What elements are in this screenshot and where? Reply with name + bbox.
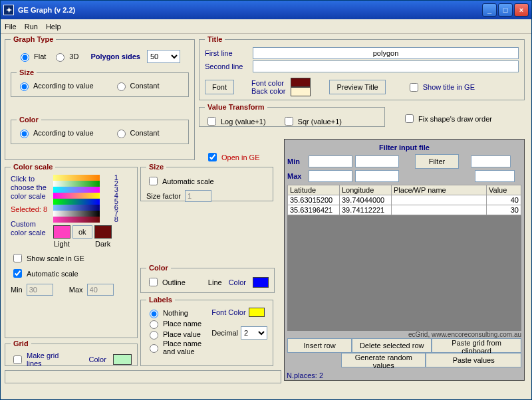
filter-max-3[interactable] xyxy=(475,170,515,182)
color-ok-button[interactable]: ok xyxy=(72,225,92,239)
title-first-line-input[interactable] xyxy=(253,47,519,59)
menu-file[interactable]: File xyxy=(5,23,17,31)
log-check[interactable] xyxy=(207,117,216,126)
filter-min-2[interactable] xyxy=(355,155,399,167)
custom-dark-swatch[interactable] xyxy=(94,225,112,239)
fix-draw-order-check[interactable] xyxy=(405,114,414,123)
title-group: Title First line Second line Font Font c… xyxy=(199,35,525,100)
menu-run[interactable]: Run xyxy=(25,23,38,31)
auto-scale-check[interactable] xyxy=(13,269,22,278)
title-back-color-swatch[interactable] xyxy=(291,87,311,96)
paste-values-button[interactable]: Paste values xyxy=(426,353,521,367)
grid-group: Grid Make grid lines Color xyxy=(5,340,138,366)
size-factor-input[interactable] xyxy=(185,190,211,202)
filter-panel: Filter input file Min Filter Max Latitud… xyxy=(284,139,525,381)
size-auto-check[interactable] xyxy=(149,177,158,185)
paste-clipboard-button[interactable]: Paste grid from clipboard xyxy=(432,338,521,353)
maximize-button[interactable]: □ xyxy=(498,3,513,17)
graph-size-group: Size According to value Constant xyxy=(11,68,189,97)
radio-size-const[interactable] xyxy=(117,82,126,91)
show-scale-check[interactable] xyxy=(13,254,22,262)
filter-min-1[interactable] xyxy=(309,155,352,167)
make-grid-check[interactable] xyxy=(13,355,22,364)
table-row[interactable]: 35.6319642139.7411222130 xyxy=(288,205,521,215)
table-row[interactable]: 35.6301520039.7404400040 xyxy=(288,195,521,205)
radio-labels-nothing[interactable] xyxy=(150,310,158,318)
graph-type-group: Graph Type Flat 3D Polygon sides 50 Size… xyxy=(5,35,195,160)
polygon-sides-select[interactable]: 50 xyxy=(147,50,180,63)
radio-flat[interactable] xyxy=(21,53,29,62)
font-button[interactable]: Font xyxy=(205,80,234,94)
radio-3d[interactable] xyxy=(56,53,65,62)
decimal-select[interactable]: 2 xyxy=(241,326,267,340)
labels-font-swatch[interactable] xyxy=(249,308,265,317)
credit-text: ecGrid, www.encoreconsulting.com.au xyxy=(287,331,521,338)
sqr-check[interactable] xyxy=(285,117,293,126)
custom-light-swatch[interactable] xyxy=(53,225,70,239)
nplaces-label: N.places: 2 xyxy=(287,371,323,379)
outline-check[interactable] xyxy=(149,278,158,286)
polygon-sides-label: Polygon sides xyxy=(90,52,140,60)
radio-size-acc[interactable] xyxy=(20,82,29,91)
random-values-button[interactable]: Generate random values xyxy=(341,353,426,367)
close-button[interactable]: × xyxy=(514,3,529,17)
window-title: GE Graph (v 2.2) xyxy=(18,6,482,14)
menubar: File Run Help xyxy=(1,19,531,34)
color-scale-group: Color scale Click to choose the color sc… xyxy=(5,163,138,338)
color-scale-picker[interactable] xyxy=(53,175,112,223)
radio-labels-value[interactable] xyxy=(150,331,158,340)
app-icon: ✦ xyxy=(3,5,14,15)
color-group: Color Outline Line Color xyxy=(140,264,275,293)
graph-color-group: Color According to value Constant xyxy=(11,116,189,144)
radio-labels-both[interactable] xyxy=(150,344,158,353)
radio-color-const[interactable] xyxy=(117,130,126,138)
filter-max-2[interactable] xyxy=(355,170,399,182)
insert-row-button[interactable]: Insert row xyxy=(287,338,352,353)
filter-grid[interactable]: Latitude Longitude Place/WP name Value 3… xyxy=(287,185,521,331)
open-in-ge-check[interactable] xyxy=(208,153,217,161)
legend-graph-type: Graph Type xyxy=(11,35,56,43)
menu-help[interactable]: Help xyxy=(46,23,61,31)
value-transform-group: Value Transform Log (value+1) Sqr (value… xyxy=(199,103,385,127)
scale-max-input[interactable] xyxy=(87,284,114,296)
filter-max-1[interactable] xyxy=(309,170,352,182)
filter-button[interactable]: Filter xyxy=(415,154,459,169)
scale-min-input[interactable] xyxy=(27,284,53,296)
size-group: Size Automatic scale Size factor xyxy=(140,163,273,201)
preview-title-button[interactable]: Preview Title xyxy=(329,80,385,94)
radio-color-acc[interactable] xyxy=(20,130,29,138)
status-left xyxy=(5,370,281,383)
grid-color-swatch[interactable] xyxy=(113,354,132,365)
radio-labels-name[interactable] xyxy=(150,320,158,329)
title-second-line-input[interactable] xyxy=(253,60,519,72)
delete-row-button[interactable]: Delete selected row xyxy=(352,338,432,353)
show-title-check[interactable] xyxy=(410,83,418,92)
labels-group: Labels Nothing Place name Place value Pl… xyxy=(140,296,273,366)
titlebar: ✦ GE Graph (v 2.2) _ □ × xyxy=(1,1,531,19)
line-color-swatch[interactable] xyxy=(253,277,269,288)
minimize-button[interactable]: _ xyxy=(482,3,497,17)
filter-min-3[interactable] xyxy=(471,155,511,167)
title-font-color-swatch[interactable] xyxy=(291,78,311,87)
filter-title: Filter input file xyxy=(287,144,521,151)
